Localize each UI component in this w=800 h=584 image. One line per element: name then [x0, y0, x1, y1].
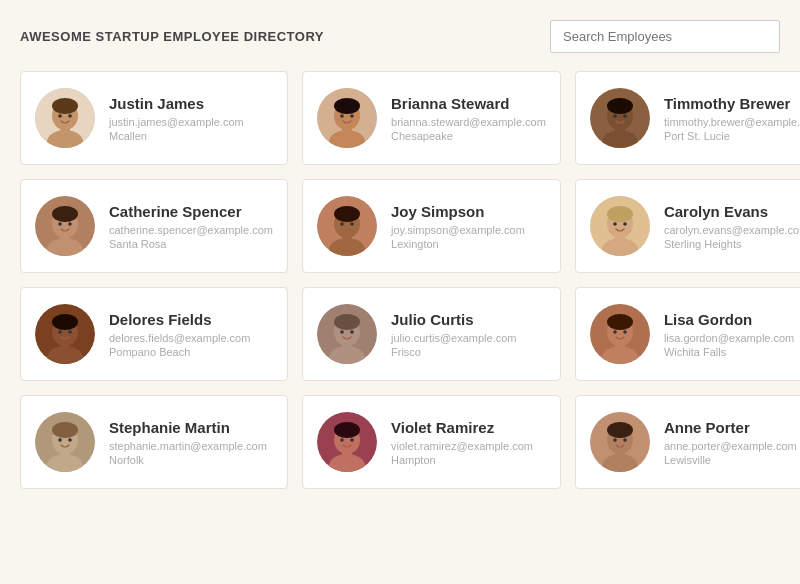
employee-name: Delores Fields	[109, 311, 273, 328]
svg-point-13	[350, 114, 354, 118]
employee-info: Joy Simpsonjoy.simpson@example.comLexing…	[391, 203, 546, 250]
svg-point-46	[52, 314, 78, 330]
avatar	[590, 304, 650, 364]
svg-point-68	[58, 438, 62, 442]
svg-point-53	[334, 314, 360, 330]
employee-name: Catherine Spencer	[109, 203, 273, 220]
employee-card[interactable]: Lisa Gordonlisa.gordon@example.comWichit…	[575, 287, 800, 381]
avatar	[590, 88, 650, 148]
employee-city: Lexington	[391, 238, 546, 250]
avatar	[317, 304, 377, 364]
employee-card[interactable]: Stephanie Martinstephanie.martin@example…	[20, 395, 288, 489]
employee-card[interactable]: Julio Curtisjulio.curtis@example.comFris…	[302, 287, 561, 381]
employee-email: carolyn.evans@example.com	[664, 224, 800, 236]
employee-email: delores.fields@example.com	[109, 332, 273, 344]
svg-point-18	[607, 98, 633, 114]
svg-point-41	[623, 222, 627, 226]
employee-email: lisa.gordon@example.com	[664, 332, 800, 344]
avatar	[317, 88, 377, 148]
employee-city: Lewisville	[664, 454, 800, 466]
svg-point-33	[340, 222, 344, 226]
employee-info: Timmothy Brewertimmothy.brewer@example.c…	[664, 95, 800, 142]
employee-card[interactable]: Brianna Stewardbrianna.steward@example.c…	[302, 71, 561, 165]
svg-point-34	[350, 222, 354, 226]
employee-card[interactable]: Delores Fieldsdelores.fields@example.com…	[20, 287, 288, 381]
svg-point-26	[58, 222, 62, 226]
employee-email: stephanie.martin@example.com	[109, 440, 273, 452]
employee-info: Catherine Spencercatherine.spencer@examp…	[109, 203, 273, 250]
avatar	[35, 88, 95, 148]
employee-email: anne.porter@example.com	[664, 440, 800, 452]
employee-city: Pompano Beach	[109, 346, 273, 358]
employee-name: Carolyn Evans	[664, 203, 800, 220]
avatar	[35, 304, 95, 364]
svg-point-60	[607, 314, 633, 330]
employee-info: Anne Porteranne.porter@example.comLewisv…	[664, 419, 800, 466]
avatar	[35, 412, 95, 472]
svg-point-39	[607, 206, 633, 222]
employee-email: violet.ramirez@example.com	[391, 440, 546, 452]
employee-name: Julio Curtis	[391, 311, 546, 328]
svg-point-27	[68, 222, 72, 226]
search-input[interactable]	[550, 20, 780, 53]
employee-card[interactable]: Violet Ramirezviolet.ramirez@example.com…	[302, 395, 561, 489]
employee-card[interactable]: Timmothy Brewertimmothy.brewer@example.c…	[575, 71, 800, 165]
employee-card[interactable]: Anne Porteranne.porter@example.comLewisv…	[575, 395, 800, 489]
employee-name: Anne Porter	[664, 419, 800, 436]
employee-name: Lisa Gordon	[664, 311, 800, 328]
page-title: AWESOME STARTUP EMPLOYEE DIRECTORY	[20, 29, 324, 44]
svg-point-19	[613, 114, 617, 118]
employee-name: Timmothy Brewer	[664, 95, 800, 112]
employee-name: Brianna Steward	[391, 95, 546, 112]
employee-city: Frisco	[391, 346, 546, 358]
employee-info: Julio Curtisjulio.curtis@example.comFris…	[391, 311, 546, 358]
employee-city: Wichita Falls	[664, 346, 800, 358]
svg-point-81	[607, 422, 633, 438]
employee-name: Stephanie Martin	[109, 419, 273, 436]
avatar	[35, 196, 95, 256]
employee-card[interactable]: Justin Jamesjustin.james@example.comMcal…	[20, 71, 288, 165]
svg-point-76	[350, 438, 354, 442]
svg-point-62	[623, 330, 627, 334]
svg-point-61	[613, 330, 617, 334]
page-header: AWESOME STARTUP EMPLOYEE DIRECTORY	[20, 20, 780, 53]
svg-point-82	[613, 438, 617, 442]
employee-card[interactable]: Carolyn Evanscarolyn.evans@example.comSt…	[575, 179, 800, 273]
svg-point-55	[350, 330, 354, 334]
svg-point-47	[58, 330, 62, 334]
employee-info: Lisa Gordonlisa.gordon@example.comWichit…	[664, 311, 800, 358]
employee-card[interactable]: Catherine Spencercatherine.spencer@examp…	[20, 179, 288, 273]
employee-info: Brianna Stewardbrianna.steward@example.c…	[391, 95, 546, 142]
employee-info: Carolyn Evanscarolyn.evans@example.comSt…	[664, 203, 800, 250]
employee-city: Norfolk	[109, 454, 273, 466]
employee-city: Santa Rosa	[109, 238, 273, 250]
svg-point-11	[334, 98, 360, 114]
employee-city: Mcallen	[109, 130, 273, 142]
employee-info: Justin Jamesjustin.james@example.comMcal…	[109, 95, 273, 142]
svg-point-4	[52, 98, 78, 114]
employee-info: Stephanie Martinstephanie.martin@example…	[109, 419, 273, 466]
employee-card[interactable]: Joy Simpsonjoy.simpson@example.comLexing…	[302, 179, 561, 273]
svg-point-20	[623, 114, 627, 118]
employee-email: catherine.spencer@example.com	[109, 224, 273, 236]
svg-point-54	[340, 330, 344, 334]
svg-point-40	[613, 222, 617, 226]
employee-city: Sterling Heights	[664, 238, 800, 250]
employee-email: justin.james@example.com	[109, 116, 273, 128]
svg-point-75	[340, 438, 344, 442]
svg-point-48	[68, 330, 72, 334]
svg-point-5	[58, 114, 62, 118]
svg-point-74	[334, 422, 360, 438]
employee-email: timmothy.brewer@example.com	[664, 116, 800, 128]
svg-point-6	[68, 114, 72, 118]
svg-point-25	[52, 206, 78, 222]
employee-city: Chesapeake	[391, 130, 546, 142]
employee-email: joy.simpson@example.com	[391, 224, 546, 236]
employee-info: Delores Fieldsdelores.fields@example.com…	[109, 311, 273, 358]
svg-point-32	[334, 206, 360, 222]
employee-email: julio.curtis@example.com	[391, 332, 546, 344]
employee-name: Violet Ramirez	[391, 419, 546, 436]
employee-city: Hampton	[391, 454, 546, 466]
employee-name: Joy Simpson	[391, 203, 546, 220]
svg-point-83	[623, 438, 627, 442]
